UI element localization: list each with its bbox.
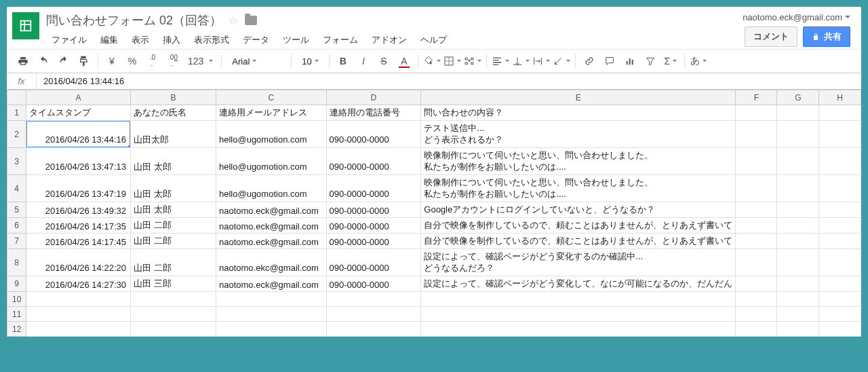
cell[interactable]: 問い合わせの内容？ (421, 105, 736, 121)
decrease-decimal-icon[interactable]: .0← (143, 52, 162, 70)
cell[interactable]: 2016/04/26 14:17:45 (26, 234, 131, 249)
h-align-icon[interactable] (491, 52, 510, 70)
v-align-icon[interactable] (511, 52, 530, 70)
cell[interactable] (819, 202, 861, 218)
cell[interactable]: 090-0000-0000 (326, 148, 421, 175)
increase-decimal-icon[interactable]: .00→ (163, 52, 182, 70)
font-size-dropdown[interactable]: 10 (296, 54, 324, 69)
cell[interactable] (736, 292, 777, 307)
cell[interactable] (819, 322, 861, 337)
formula-bar[interactable]: 2016/04/26 13:44:16 (37, 76, 131, 86)
cell[interactable] (777, 234, 819, 249)
text-color-icon[interactable]: A (395, 52, 414, 70)
cell[interactable] (26, 307, 131, 322)
menu-挿入[interactable]: 挿入 (157, 31, 186, 49)
cell[interactable] (326, 307, 421, 322)
cell[interactable]: 2016/04/26 13:44:16 (26, 121, 131, 148)
cell[interactable] (777, 276, 819, 292)
cell[interactable] (736, 307, 777, 322)
borders-icon[interactable] (443, 52, 462, 70)
functions-icon[interactable]: Σ (661, 52, 680, 70)
cell[interactable]: 山田 太郎 (130, 148, 216, 175)
currency-icon[interactable]: ¥ (102, 52, 121, 70)
cell[interactable]: 090-0000-0000 (326, 234, 421, 249)
comment-button[interactable]: コメント (745, 26, 797, 47)
fill-color-icon[interactable] (422, 52, 441, 70)
number-format-dropdown[interactable]: 123 (184, 52, 217, 70)
cell[interactable]: 2016/04/26 14:27:30 (26, 276, 131, 292)
cell[interactable]: 設定によって、確認ページがどう変化するのか確認中... どうなるんだろ？ (421, 249, 736, 276)
row-header-1[interactable]: 1 (7, 105, 26, 121)
chart-icon[interactable] (620, 52, 639, 70)
star-icon[interactable]: ☆ (229, 14, 238, 27)
cell[interactable] (819, 121, 861, 148)
link-icon[interactable] (580, 52, 599, 70)
folder-icon[interactable] (245, 16, 257, 25)
cell[interactable]: hello@ugomotion.com (216, 175, 326, 202)
italic-icon[interactable]: I (354, 52, 373, 70)
col-header-H[interactable]: H (819, 90, 861, 105)
cell[interactable]: 山田 太郎 (130, 175, 216, 202)
cell[interactable] (736, 322, 777, 337)
undo-icon[interactable] (34, 52, 53, 70)
cell[interactable] (819, 276, 861, 292)
cell[interactable]: 090-0000-0000 (326, 218, 421, 234)
menu-ツール[interactable]: ツール (277, 31, 315, 49)
cell[interactable] (736, 175, 777, 202)
cell[interactable] (819, 148, 861, 175)
col-header-A[interactable]: A (26, 90, 131, 105)
cell[interactable]: 090-0000-0000 (326, 276, 421, 292)
cell[interactable] (777, 105, 819, 121)
cell[interactable] (777, 175, 819, 202)
user-email[interactable]: naotomo.eck@gmail.com (743, 12, 850, 22)
cell[interactable]: 映像制作について伺いたいと思い、問い合わせしました。 私たちが制作をお願いしたい… (421, 175, 736, 202)
cell[interactable] (819, 234, 861, 249)
cell[interactable]: hello@ugomotion.com (216, 121, 326, 148)
row-header-12[interactable]: 12 (7, 322, 26, 337)
sheets-app-icon[interactable] (12, 12, 39, 39)
row-header-2[interactable]: 2 (7, 121, 26, 148)
paint-format-icon[interactable] (75, 52, 94, 70)
doc-title[interactable]: 問い合わせフォーム 02（回答） (46, 12, 222, 29)
row-header-11[interactable]: 11 (7, 307, 26, 322)
cell[interactable] (130, 322, 216, 337)
menu-ヘルプ[interactable]: ヘルプ (415, 31, 452, 49)
row-header-5[interactable]: 5 (7, 202, 26, 218)
col-header-F[interactable]: F (736, 90, 777, 105)
cell[interactable]: 連絡用メールアドレス (216, 105, 326, 121)
print-icon[interactable] (14, 52, 33, 70)
cell[interactable]: 自分で映像を制作しているので、頼むことはありませんが、とりあえず書いて (421, 218, 736, 234)
rotate-icon[interactable] (552, 52, 571, 70)
cell[interactable]: 山田 三郎 (130, 276, 216, 292)
cell[interactable] (777, 249, 819, 276)
cell[interactable] (130, 307, 216, 322)
cell[interactable] (777, 322, 819, 337)
cell[interactable] (326, 292, 421, 307)
cell[interactable] (421, 292, 736, 307)
percent-icon[interactable]: % (123, 52, 142, 70)
input-method-icon[interactable]: あ (689, 52, 708, 70)
row-header-3[interactable]: 3 (7, 148, 26, 175)
cell[interactable] (736, 148, 777, 175)
share-button[interactable]: 共有 (803, 26, 850, 47)
cell[interactable]: 090-0000-0000 (326, 202, 421, 218)
cell[interactable]: naotomo.eck@gmail.com (216, 276, 326, 292)
cell[interactable]: 090-0000-0000 (326, 249, 421, 276)
cell[interactable] (421, 322, 736, 337)
cell[interactable]: 2016/04/26 14:22:20 (26, 249, 131, 276)
menu-ファイル[interactable]: ファイル (46, 31, 92, 49)
row-header-10[interactable]: 10 (7, 292, 26, 307)
cell[interactable]: Googleアカウントにログインしていないと、どうなるか？ (421, 202, 736, 218)
merge-cells-icon[interactable] (463, 52, 482, 70)
cell[interactable] (777, 202, 819, 218)
menu-フォーム[interactable]: フォーム (317, 31, 363, 49)
col-header-D[interactable]: D (326, 90, 421, 105)
cell[interactable] (736, 276, 777, 292)
cell[interactable]: 山田 二郎 (130, 249, 216, 276)
menu-データ[interactable]: データ (237, 31, 275, 49)
cell[interactable] (216, 307, 326, 322)
cell[interactable] (777, 148, 819, 175)
select-all-corner[interactable] (7, 90, 26, 105)
cell[interactable]: 2016/04/26 13:47:13 (26, 148, 131, 175)
menu-編集[interactable]: 編集 (95, 31, 123, 49)
